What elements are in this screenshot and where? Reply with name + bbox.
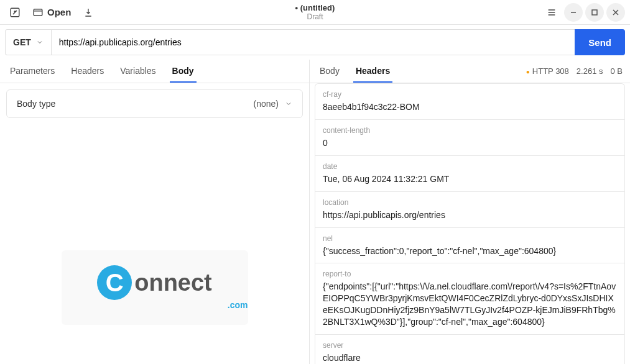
connect-logo: C onnect .com [62,250,248,325]
tab-response-body[interactable]: Body [317,60,342,83]
header-row: content-length0 [315,119,625,155]
svg-rect-1 [34,9,42,16]
status-code: ●HTTP 308 [526,66,569,76]
main-split: Parameters Headers Variables Body Body t… [0,60,630,364]
request-title: • (untitled) [295,3,335,12]
header-name: server [323,341,617,350]
body-type-select[interactable]: Body type (none) [6,89,303,118]
response-pane: Body Headers ●HTTP 308 2.261 s 0 B cf-ra… [310,60,630,364]
import-button[interactable] [78,2,98,22]
response-status: ●HTTP 308 2.261 s 0 B [526,66,623,76]
logo-c-icon: C [97,265,132,300]
title-bar-left: Open [5,2,98,22]
header-row: locationhttps://api.publicapis.org/entri… [315,191,625,227]
title-bar-right [542,2,625,22]
header-value: https://api.publicapis.org/entries [323,209,617,221]
response-headers-list[interactable]: cf-ray8aeeb4b1f94c3c22-BOMcontent-length… [310,83,630,364]
request-status: Draft [295,12,335,21]
status-time: 2.261 s [577,66,603,76]
open-label: Open [47,7,71,17]
header-value: {"success_fraction":0,"report_to":"cf-ne… [323,245,617,257]
response-tabs: Body Headers ●HTTP 308 2.261 s 0 B [310,60,630,83]
maximize-button[interactable] [585,3,604,22]
title-bar: Open • (untitled) Draft [0,0,630,25]
logo-zone: C onnect .com [0,124,309,364]
header-name: cf-ray [323,90,617,99]
header-row: servercloudflare [315,334,625,364]
menu-button[interactable] [542,2,562,22]
header-value: {"endpoints":[{"url":"https:\/\/a.nel.cl… [323,281,617,328]
tab-response-headers[interactable]: Headers [353,60,392,83]
url-input[interactable] [51,29,575,55]
request-tabs: Parameters Headers Variables Body [0,60,309,83]
method-select[interactable]: GET [5,29,51,55]
status-size: 0 B [610,66,623,76]
minimize-button[interactable] [564,3,583,22]
header-name: report-to [323,270,617,278]
title-center: • (untitled) Draft [295,3,335,21]
new-request-button[interactable] [5,2,25,22]
header-row: nel{"success_fraction":0,"report_to":"cf… [315,227,625,263]
send-button[interactable]: Send [575,29,625,55]
header-value: cloudflare [323,352,617,364]
header-name: location [323,198,617,207]
chevron-down-icon [285,100,292,107]
header-name: content-length [323,126,617,135]
chevron-down-icon [36,39,44,46]
tab-request-headers[interactable]: Headers [68,60,106,83]
close-button[interactable] [606,3,625,22]
tab-variables[interactable]: Variables [118,60,158,83]
request-pane: Parameters Headers Variables Body Body t… [0,60,310,364]
tab-body[interactable]: Body [170,60,197,83]
header-row: dateTue, 06 Aug 2024 11:32:21 GMT [315,155,625,191]
body-type-value: (none) [254,99,292,109]
svg-rect-2 [592,10,597,15]
url-bar: GET Send [0,25,630,60]
header-value: Tue, 06 Aug 2024 11:32:21 GMT [323,173,617,185]
method-label: GET [13,37,31,47]
open-button[interactable]: Open [27,4,76,20]
header-value: 0 [323,137,617,149]
body-type-label: Body type [17,99,55,109]
tab-parameters[interactable]: Parameters [7,60,57,83]
header-row: report-to{"endpoints":[{"url":"https:\/\… [315,263,625,334]
header-name: nel [323,234,617,243]
header-value: 8aeeb4b1f94c3c22-BOM [323,101,617,113]
header-name: date [323,162,617,171]
header-row: cf-ray8aeeb4b1f94c3c22-BOM [315,83,625,119]
